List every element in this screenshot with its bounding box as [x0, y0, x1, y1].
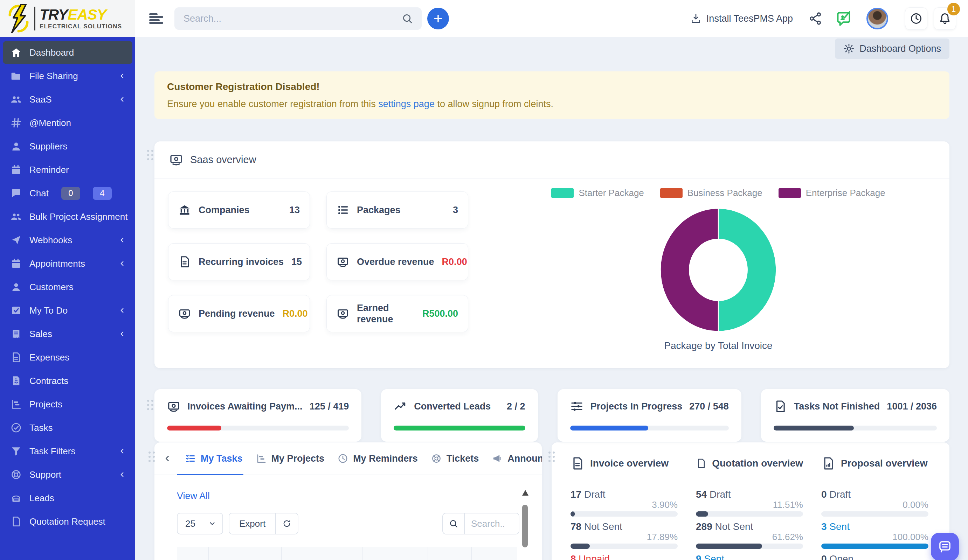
list-check-icon [185, 453, 196, 464]
megaphone-icon [492, 453, 502, 464]
chevron-left-icon [118, 96, 126, 103]
overview-row-track [821, 543, 928, 549]
refresh-button[interactable] [276, 514, 298, 534]
progress-card-title: Converted Leads [414, 401, 500, 412]
sidebar-item-label: Expenses [30, 352, 70, 363]
history-button[interactable] [905, 7, 927, 30]
calendar-icon [10, 164, 22, 175]
tab-label: My Projects [272, 453, 325, 464]
sidebar-item-projects[interactable]: Projects [3, 393, 133, 416]
quick-add-button[interactable] [427, 8, 449, 30]
chat-lines-icon [938, 540, 952, 554]
tab-my-projects[interactable]: My Projects [256, 453, 325, 464]
overview-row-percent: 17.89% [570, 532, 678, 542]
notifications-button[interactable]: 1 [934, 7, 956, 30]
page-size-select[interactable]: 25 [177, 513, 223, 534]
tab-label: My Reminders [353, 453, 418, 464]
progress-card-value: 125 / 419 [310, 401, 349, 412]
sidebar-item-sales[interactable]: Sales [3, 322, 133, 345]
sidebar-item-label: Sales [30, 329, 52, 340]
install-app-button[interactable]: Install TeesPMS App [690, 13, 793, 24]
chart-legend: Starter PackageBusiness PackageEnterpris… [551, 187, 885, 199]
view-all-link[interactable]: View All [177, 491, 210, 502]
tab-my-tasks[interactable]: My Tasks [185, 453, 243, 464]
sidebar-item-appointments[interactable]: Appointments [3, 252, 133, 275]
drag-handle-saas[interactable] [147, 150, 153, 160]
sidebar-item-saas[interactable]: SaaS [3, 88, 133, 111]
sidebar-item-webhooks[interactable]: Webhooks [3, 228, 133, 252]
global-search [174, 7, 422, 30]
chevron-down-icon [208, 520, 216, 527]
tabs-scroll-left-icon[interactable] [163, 454, 172, 463]
sidebar-item-task-filters[interactable]: Task Filters [3, 439, 133, 463]
saas-overview-header: Saas overview [154, 141, 950, 178]
overview-row-unpaid: 8 Unpaid 1.83% [570, 553, 678, 560]
overview-section-proposal-overview: Proposal overview 0 Draft 0.00% 3 Sent 1… [821, 456, 928, 560]
overview-row-percent: 11.51% [696, 500, 803, 509]
overview-row-label: 9 Sent [696, 553, 803, 560]
sidebar-item-support[interactable]: Support [3, 463, 133, 486]
sidebar-item-quotation-request[interactable]: Quotation Request [3, 510, 133, 533]
sidebar-item-tasks[interactable]: Tasks [3, 416, 133, 439]
dashboard-options-button[interactable]: Dashboard Options [835, 38, 950, 59]
table-scrollbar[interactable] [522, 490, 528, 560]
trend-icon [394, 400, 407, 413]
sidebar-item-label: Chat [30, 188, 49, 199]
chevron-left-icon [118, 330, 126, 338]
stat-label: Earned revenue [357, 302, 414, 325]
clock-icon [338, 453, 348, 464]
overview-row-label: 17 Draft [570, 489, 678, 500]
overview-section-header: Quotation overview [696, 456, 803, 471]
table-search-input[interactable] [465, 514, 519, 534]
sidebar-item-bulk-project-assignment[interactable]: Bulk Project Assignment [3, 205, 133, 228]
sidebar-item-leads[interactable]: Leads [3, 487, 133, 510]
settings-page-link[interactable]: settings page [378, 99, 434, 109]
stat-card-recurring-invoices: Recurring invoices 15 [169, 244, 310, 280]
column-header-num: # [177, 547, 209, 560]
sidebar-item-mention[interactable]: @Mention [3, 111, 133, 134]
sidebar-item-customers[interactable]: Customers [3, 276, 133, 299]
global-search-input[interactable] [174, 13, 401, 24]
overview-row-draft: 0 Draft 0.00% [821, 489, 928, 517]
alert-body: Ensure you enable customer registration … [167, 99, 937, 109]
bank-icon [178, 204, 191, 216]
overview-row-fill [696, 543, 762, 549]
sidebar-item-suppliers[interactable]: Suppliers [3, 135, 133, 158]
overview-row-track [696, 511, 803, 517]
scrollbar-up-arrow[interactable] [522, 490, 529, 496]
sidebar-item-dashboard[interactable]: Dashboard [3, 41, 133, 64]
progress-track [394, 426, 525, 431]
sidebar-item-reminder[interactable]: Reminder [3, 158, 133, 181]
sidebar-item-my-to-do[interactable]: My To Do [3, 299, 133, 322]
logo-word-try: TRY [40, 6, 68, 23]
share-icon[interactable] [808, 12, 822, 26]
export-button[interactable]: Export [229, 514, 276, 534]
overview-row-track [570, 543, 678, 549]
sidebar-item-chat[interactable]: Chat04 [3, 182, 133, 205]
tab-tickets[interactable]: Tickets [431, 453, 479, 464]
drag-handle-progress[interactable] [147, 400, 153, 410]
overview-row-label: 54 Draft [696, 489, 803, 500]
drag-handle-overview[interactable] [549, 451, 555, 462]
sidebar-item-expenses[interactable]: Expenses [3, 346, 133, 369]
stat-value: 3 [453, 205, 458, 216]
avatar[interactable] [867, 8, 888, 30]
table-search [443, 513, 519, 534]
file-lines-icon [10, 352, 22, 363]
tab-my-reminders[interactable]: My Reminders [338, 453, 418, 464]
alert-title: Customer Registration Disabled! [167, 81, 937, 93]
sidebar-item-file-sharing[interactable]: File Sharing [3, 64, 133, 88]
overview-section-title: Quotation overview [712, 458, 803, 469]
tab-announc[interactable]: Announc [492, 453, 542, 464]
scrollbar-thumb[interactable] [522, 505, 528, 547]
drag-handle-tasks[interactable] [149, 451, 155, 462]
menu-toggle-icon[interactable] [149, 12, 165, 25]
sidebar-item-contracts[interactable]: Contracts [3, 369, 133, 392]
chat-fab-button[interactable] [931, 533, 959, 560]
document-overview-card: Invoice overview 17 Draft 3.90% 78 Not S… [552, 443, 950, 560]
legend-item-starter-package: Starter Package [551, 188, 644, 198]
tasks-table-header: #NameStatusStart DateTagsPriority [177, 547, 517, 560]
sidebar-item-label: Contracts [30, 375, 68, 387]
sidebar: DashboardFile SharingSaaS@MentionSupplie… [0, 37, 135, 560]
support-feedback-icon[interactable] [835, 10, 852, 27]
